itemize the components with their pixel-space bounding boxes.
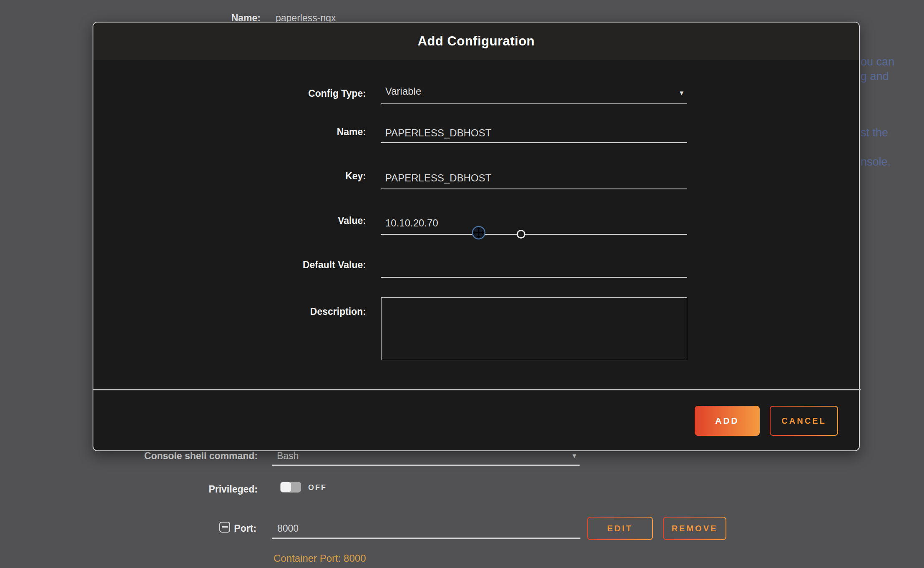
edit-button[interactable]: EDIT (587, 517, 653, 540)
help-text-fragment: nsole. (861, 156, 891, 168)
console-shell-command-label: Console shell command: (91, 450, 258, 462)
help-text-fragment: st the (861, 126, 888, 139)
default-value-input[interactable] (381, 256, 687, 277)
remove-button[interactable]: REMOVE (663, 517, 726, 540)
default-value-label: Default Value: (199, 259, 366, 271)
help-text-fragment: g and (861, 70, 889, 83)
move-cursor-icon (471, 225, 486, 242)
cancel-button[interactable]: CANCEL (770, 406, 838, 436)
description-label: Description: (199, 305, 366, 318)
name-input[interactable] (381, 123, 687, 142)
port-value[interactable]: 8000 (277, 522, 299, 535)
console-shell-command-value[interactable]: Bash (277, 450, 299, 462)
config-type-label: Config Type: (199, 87, 366, 100)
privileged-toggle[interactable] (280, 482, 301, 493)
chevron-down-icon: ▼ (571, 450, 578, 462)
toggle-knob (281, 482, 291, 492)
help-text-fragment: ou can (861, 55, 894, 68)
console-shell-underline (272, 465, 580, 466)
container-port-note: Container Port: 8000 (274, 553, 366, 564)
name-label: Name: (199, 126, 366, 138)
config-type-select[interactable]: Variable ▼ (381, 85, 687, 104)
key-input[interactable] (381, 168, 687, 188)
value-label: Value: (199, 214, 366, 227)
modal-header: Add Configuration (93, 23, 859, 60)
key-field-wrap (381, 168, 687, 189)
value-input[interactable] (381, 212, 687, 234)
name-field-wrap (381, 123, 687, 143)
add-button[interactable]: ADD (695, 406, 760, 436)
privileged-label: Privileged: (133, 483, 258, 495)
config-type-selected-value: Variable (385, 85, 421, 97)
modal-title: Add Configuration (418, 34, 535, 49)
value-field-wrap (381, 212, 687, 235)
default-value-field-wrap (381, 256, 687, 278)
privileged-state: OFF (308, 483, 327, 493)
port-label: Port: (173, 522, 256, 535)
footer-divider (93, 389, 861, 390)
chevron-down-icon: ▼ (678, 87, 685, 99)
port-underline (272, 538, 580, 539)
key-label: Key: (199, 170, 366, 182)
pointer-circle-icon (517, 230, 525, 239)
description-textarea[interactable] (381, 297, 687, 360)
